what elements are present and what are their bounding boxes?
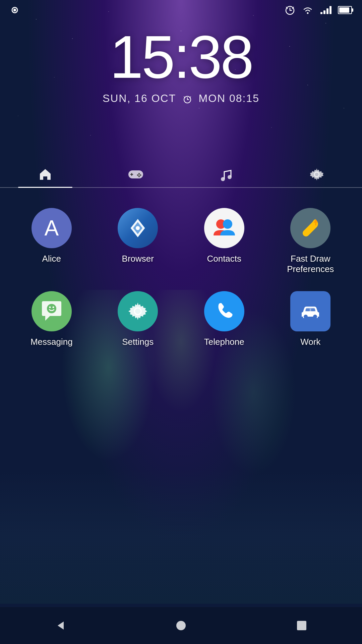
svg-point-23 [138,176,140,177]
signal-icon [320,5,332,15]
contacts-icon [204,208,244,248]
nav-bar [0,607,362,644]
status-right [284,4,352,16]
work-label: Work [300,337,320,347]
app-browser[interactable]: Browser [97,208,180,274]
gear-tab-icon [309,166,325,182]
clock-time: 15:38 [0,27,362,87]
svg-rect-41 [311,309,315,311]
svg-rect-8 [320,12,322,14]
tab-divider [0,187,362,188]
status-bar [0,0,362,20]
alice-icon: A [32,208,72,248]
svg-point-36 [52,307,54,308]
wifi-icon [302,5,314,15]
tab-home[interactable] [0,161,90,188]
messaging-icon [32,291,72,331]
tab-bar [0,161,362,188]
settings-label: Settings [122,337,154,347]
svg-point-39 [313,315,317,319]
alarm-icon [284,4,296,16]
nav-home-button[interactable] [168,612,194,639]
messaging-label: Messaging [31,337,73,347]
app-grid: A Alice Browser [0,195,362,354]
browser-label: Browser [122,254,154,264]
clock-area: 15:38 SUN, 16 OCT MON 08:15 [0,27,362,105]
svg-rect-9 [323,10,325,14]
nav-back-button[interactable] [47,612,74,639]
svg-point-21 [140,174,141,176]
work-icon [290,291,330,331]
svg-point-30 [136,226,140,230]
app-telephone[interactable]: Telephone [183,291,266,347]
svg-point-32 [223,219,232,229]
record-icon [10,5,19,15]
status-left [10,5,19,15]
fastdraw-label: Fast DrawPreferences [287,254,334,274]
home-icon [37,166,53,182]
app-work[interactable]: Work [269,291,352,347]
gamepad-icon [127,167,144,182]
app-alice[interactable]: A Alice [10,208,93,274]
app-messaging[interactable]: Messaging [10,291,93,347]
browser-icon [118,208,158,248]
clock-date: SUN, 16 OCT MON 08:15 [0,92,362,105]
nav-home-icon [175,620,187,632]
svg-rect-11 [329,6,331,14]
telephone-icon [204,291,244,331]
tab-music[interactable] [181,161,272,188]
fastdraw-icon [290,208,330,248]
svg-point-22 [137,174,139,176]
recents-icon [296,620,308,632]
app-contacts[interactable]: Contacts [183,208,266,274]
alice-label: Alice [42,254,61,264]
svg-point-24 [221,177,225,181]
clock-alarm-icon [182,94,192,104]
tab-settings[interactable] [272,161,362,188]
app-fastdraw[interactable]: Fast DrawPreferences [269,208,352,274]
svg-rect-44 [297,621,306,630]
svg-rect-10 [326,8,328,14]
mountains-decoration [0,470,362,604]
nav-recents-button[interactable] [288,612,315,639]
contacts-label: Contacts [207,254,241,264]
music-icon [219,166,234,182]
battery-icon [338,6,352,14]
svg-point-33 [303,231,308,236]
svg-point-43 [176,621,186,630]
app-settings[interactable]: Settings [97,291,180,347]
svg-point-35 [49,307,51,308]
tab-games[interactable] [90,161,181,188]
svg-point-7 [307,12,309,14]
telephone-label: Telephone [204,337,244,347]
svg-point-1 [13,9,16,11]
svg-rect-40 [306,309,310,311]
svg-point-25 [228,175,232,179]
settings-app-icon [118,291,158,331]
svg-point-34 [47,304,56,313]
svg-marker-42 [58,622,64,630]
svg-point-38 [304,315,308,319]
svg-point-20 [138,173,140,175]
back-icon [54,620,66,632]
